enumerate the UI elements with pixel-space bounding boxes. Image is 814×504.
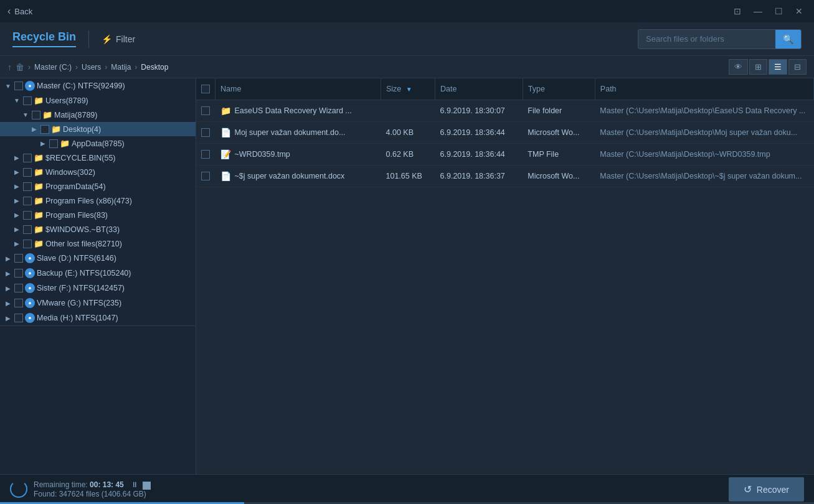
folder-icon: 📁 — [34, 196, 44, 205]
table-row[interactable]: 📝~WRD0359.tmp0.62 KB6.9.2019. 18:36:44TM… — [196, 144, 814, 166]
tmp-icon: 📝 — [220, 149, 231, 159]
sidebar-item-programfiles[interactable]: ▶📁Program Files(83) — [0, 208, 196, 222]
tree-checkbox[interactable] — [14, 284, 23, 292]
file-checkbox[interactable] — [201, 106, 210, 115]
sidebar-item-sister[interactable]: ▶●Sister (F:) NTFS(142457) — [0, 281, 196, 296]
filter-button[interactable]: ⚡ Filter — [102, 34, 135, 44]
search-button[interactable]: 🔍 — [775, 30, 801, 49]
maximize-icon[interactable]: ☐ — [771, 5, 787, 17]
expand-icon[interactable]: ▶ — [12, 154, 21, 162]
horizontal-scrollbar[interactable] — [0, 325, 196, 330]
tree-checkbox[interactable] — [14, 269, 23, 278]
file-checkbox[interactable] — [201, 128, 210, 137]
tree-checkbox[interactable] — [14, 254, 23, 263]
pause-control[interactable]: ⏸ — [131, 480, 138, 489]
col-path[interactable]: Path — [595, 78, 813, 100]
expand-icon[interactable]: ▼ — [21, 111, 30, 119]
sidebar-item-slave[interactable]: ▶●Slave (D:) NTFS(6146) — [0, 251, 196, 266]
tree-checkbox[interactable] — [23, 182, 32, 191]
tree-item-label: Media (H:) NTFS(1047) — [37, 314, 192, 322]
large-view-button[interactable]: ⊟ — [788, 59, 807, 75]
tree-checkbox[interactable] — [40, 125, 49, 134]
expand-icon[interactable]: ▶ — [4, 284, 12, 292]
sidebar-item-vmware[interactable]: ▶●VMware (G:) NTFS(235) — [0, 296, 196, 310]
expand-icon[interactable]: ▶ — [12, 168, 21, 177]
tree-checkbox[interactable] — [23, 154, 32, 162]
restore-down-icon[interactable]: ⊡ — [730, 5, 745, 17]
expand-icon[interactable]: ▼ — [12, 96, 21, 105]
col-name[interactable]: Name — [215, 78, 381, 100]
col-date[interactable]: Date — [435, 78, 523, 100]
expand-icon[interactable]: ▶ — [4, 254, 12, 263]
tree-checkbox[interactable] — [14, 299, 23, 307]
tree-item-label: ProgramData(54) — [45, 182, 192, 191]
sidebar: ▼●Master (C:) NTFS(92499)▼📁Users(8789)▼📁… — [0, 78, 196, 474]
tree-checkbox[interactable] — [23, 225, 32, 234]
header-left: Recycle Bin ⚡ Filter — [12, 30, 135, 48]
sidebar-item-desktop[interactable]: ▶📁Desktop(4) — [0, 122, 196, 136]
expand-icon[interactable]: ▶ — [12, 182, 21, 191]
sidebar-item-backup[interactable]: ▶●Backup (E:) NTFS(105240) — [0, 266, 196, 281]
breadcrumb-master[interactable]: Master (C:) — [34, 63, 72, 72]
expand-icon[interactable]: ▶ — [12, 225, 21, 234]
sidebar-item-windows[interactable]: ▶📁Windows(302) — [0, 165, 196, 179]
tree-checkbox[interactable] — [32, 111, 40, 119]
drive-icon: ● — [25, 268, 35, 278]
file-name-text: EaseUS Data Recovery Wizard ... — [235, 106, 352, 115]
scanning-spinner — [10, 480, 27, 498]
recover-button[interactable]: ↺ Recover — [729, 477, 804, 502]
tree-item-label: Backup (E:) NTFS(105240) — [37, 269, 192, 278]
tree-checkbox[interactable] — [49, 139, 58, 148]
sidebar-item-swindows[interactable]: ▶📁$WINDOWS.~BT(33) — [0, 222, 196, 236]
expand-icon[interactable]: ▶ — [4, 269, 12, 278]
grid-view-button[interactable]: ⊞ — [749, 59, 767, 75]
table-row[interactable]: 📁EaseUS Data Recovery Wizard ...6.9.2019… — [196, 100, 814, 122]
sidebar-item-srecycle[interactable]: ▶📁$RECYCLE.BIN(55) — [0, 151, 196, 165]
sidebar-item-media[interactable]: ▶●Media (H:) NTFS(1047) — [0, 310, 196, 325]
stop-control[interactable] — [143, 482, 151, 490]
breadcrumb-users[interactable]: Users — [82, 63, 101, 72]
delete-icon[interactable]: 🗑 — [16, 62, 24, 72]
expand-icon[interactable]: ▶ — [39, 139, 47, 148]
minimize-icon[interactable]: — — [750, 5, 766, 17]
sidebar-item-master[interactable]: ▼●Master (C:) NTFS(92499) — [0, 78, 196, 93]
sidebar-item-appdata[interactable]: ▶📁AppData(8785) — [0, 136, 196, 151]
file-date: 6.9.2019. 18:36:44 — [435, 122, 523, 144]
tree-item-label: Other lost files(82710) — [45, 240, 192, 248]
list-view-button[interactable]: ☰ — [769, 59, 787, 75]
expand-icon[interactable]: ▶ — [30, 125, 39, 134]
breadcrumb-matija[interactable]: Matija — [111, 63, 131, 72]
tree-checkbox[interactable] — [23, 240, 32, 248]
sidebar-item-programfilesx86[interactable]: ▶📁Program Files (x86)(473) — [0, 194, 196, 208]
expand-icon[interactable]: ▶ — [4, 299, 12, 307]
col-check[interactable] — [196, 78, 215, 100]
sidebar-item-matija[interactable]: ▼📁Matija(8789) — [0, 108, 196, 122]
expand-icon[interactable]: ▶ — [12, 211, 21, 220]
search-input[interactable] — [638, 30, 775, 47]
tree-checkbox[interactable] — [14, 314, 23, 322]
tree-checkbox[interactable] — [23, 197, 32, 205]
sidebar-item-users[interactable]: ▼📁Users(8789) — [0, 93, 196, 108]
tree-checkbox[interactable] — [14, 82, 23, 90]
close-icon[interactable]: ✕ — [792, 5, 807, 17]
up-icon[interactable]: ↑ — [7, 62, 12, 72]
preview-view-button[interactable]: 👁 — [729, 59, 748, 75]
tree-checkbox[interactable] — [23, 211, 32, 220]
tree-checkbox[interactable] — [23, 96, 32, 105]
folder-icon: 📁 — [34, 239, 44, 248]
expand-icon[interactable]: ▼ — [4, 82, 12, 90]
expand-icon[interactable]: ▶ — [4, 314, 12, 322]
file-checkbox[interactable] — [201, 150, 210, 159]
tree-checkbox[interactable] — [23, 168, 32, 177]
back-button[interactable]: ‹ Back — [7, 6, 32, 17]
col-size[interactable]: Size ▼ — [381, 78, 435, 100]
table-row[interactable]: 📄Moj super važan dokument.do...4.00 KB6.… — [196, 122, 814, 144]
table-row[interactable]: 📄~$j super važan dokument.docx101.65 KB6… — [196, 166, 814, 187]
sidebar-item-otherlost[interactable]: ▶📁Other lost files(82710) — [0, 236, 196, 251]
sidebar-item-programdata[interactable]: ▶📁ProgramData(54) — [0, 179, 196, 194]
expand-icon[interactable]: ▶ — [12, 240, 21, 248]
col-type[interactable]: Type — [523, 78, 595, 100]
file-type: File folder — [523, 100, 595, 122]
file-checkbox[interactable] — [201, 172, 210, 180]
expand-icon[interactable]: ▶ — [12, 197, 21, 205]
